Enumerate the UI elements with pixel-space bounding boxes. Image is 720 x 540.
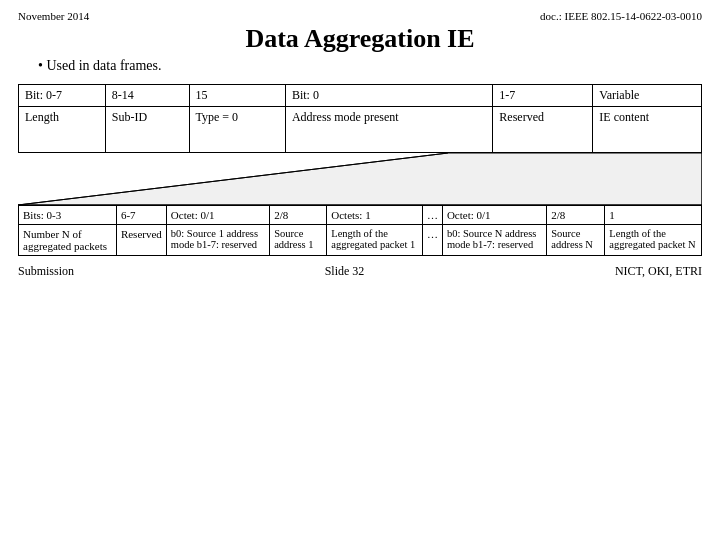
connector-svg: [18, 153, 702, 205]
top-table: Bit: 0-7 8-14 15 Bit: 0 1-7 Variable Len…: [18, 84, 702, 153]
cell-octet-0-1-a: Octet: 0/1: [166, 206, 269, 225]
header-left: November 2014: [18, 10, 89, 22]
footer-center: Slide 32: [325, 264, 365, 279]
cell-reserved-2: Reserved: [116, 225, 166, 256]
table-row: Bit: 0-7 8-14 15 Bit: 0 1-7 Variable: [19, 85, 702, 107]
cell-type: Type = 0: [189, 107, 285, 153]
table-row: Bits: 0-3 6-7 Octet: 0/1 2/8 Octets: 1 ……: [19, 206, 702, 225]
header-right: doc.: IEEE 802.15-14-0622-03-0010: [540, 10, 702, 22]
bullet-text: • Used in data frames.: [38, 58, 702, 74]
cell-sub-id: Sub-ID: [105, 107, 189, 153]
cell-bit-0-7: Bit: 0-7: [19, 85, 106, 107]
cell-bit-0: Bit: 0: [285, 85, 492, 107]
cell-b0-source-n: b0: Source N address mode b1-7: reserved: [442, 225, 546, 256]
cell-length-packet-n: Length of the aggregated packet N: [605, 225, 702, 256]
cell-source-address-1: Source address 1: [270, 225, 327, 256]
footer-left: Submission: [18, 264, 74, 279]
cell-6-7: 6-7: [116, 206, 166, 225]
cell-1-7: 1-7: [493, 85, 593, 107]
footer-right: NICT, OKI, ETRI: [615, 264, 702, 279]
connector-area: [18, 153, 702, 205]
cell-2-8-a: 2/8: [270, 206, 327, 225]
cell-octets-1: Octets: 1: [327, 206, 423, 225]
cell-address-mode: Address mode present: [285, 107, 492, 153]
cell-15: 15: [189, 85, 285, 107]
cell-ellipsis-2: …: [422, 225, 442, 256]
bottom-table: Bits: 0-3 6-7 Octet: 0/1 2/8 Octets: 1 ……: [18, 205, 702, 256]
svg-marker-0: [18, 153, 702, 205]
cell-1: 1: [605, 206, 702, 225]
cell-length: Length: [19, 107, 106, 153]
cell-source-address-n: Source address N: [547, 225, 605, 256]
table-row: Length Sub-ID Type = 0 Address mode pres…: [19, 107, 702, 153]
cell-reserved: Reserved: [493, 107, 593, 153]
cell-ie-content: IE content: [593, 107, 702, 153]
cell-number-n: Number N of aggregated packets: [19, 225, 117, 256]
cell-variable: Variable: [593, 85, 702, 107]
cell-ellipsis: …: [422, 206, 442, 225]
cell-8-14: 8-14: [105, 85, 189, 107]
header: November 2014 doc.: IEEE 802.15-14-0622-…: [18, 10, 702, 22]
page: November 2014 doc.: IEEE 802.15-14-0622-…: [0, 0, 720, 540]
footer: Submission Slide 32 NICT, OKI, ETRI: [18, 264, 702, 279]
table-row: Number N of aggregated packets Reserved …: [19, 225, 702, 256]
cell-bits-0-3: Bits: 0-3: [19, 206, 117, 225]
cell-2-8-b: 2/8: [547, 206, 605, 225]
cell-length-packet-1: Length of the aggregated packet 1: [327, 225, 423, 256]
page-title: Data Aggregation IE: [18, 24, 702, 54]
cell-octet-0-1-b: Octet: 0/1: [442, 206, 546, 225]
cell-b0-source-1: b0: Source 1 address mode b1-7: reserved: [166, 225, 269, 256]
